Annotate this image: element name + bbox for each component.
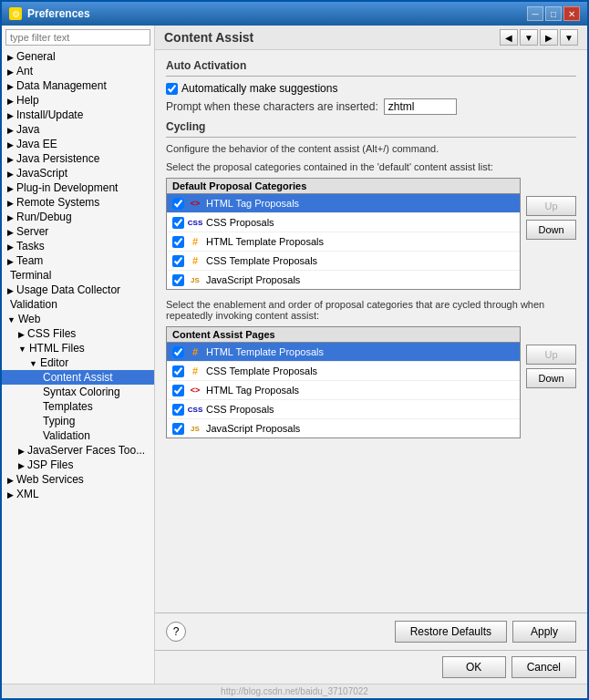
sidebar-item-web[interactable]: ▼Web [2, 312, 154, 326]
auto-activation-title: Auto Activation [166, 59, 576, 72]
default-list-header: Default Proposal Categories [167, 179, 520, 194]
minimize-button[interactable]: ─ [527, 6, 543, 21]
nav-dropdown[interactable]: ▼ [520, 29, 538, 46]
nav-buttons: ◀ ▼ ▶ ▼ [500, 29, 578, 46]
sidebar-item-plugin-development[interactable]: ▶Plug-in Development [2, 180, 154, 195]
auto-suggest-label: Automatically make suggestions [181, 82, 337, 95]
apply-button[interactable]: Apply [512, 621, 576, 643]
window-icon: ⚙ [9, 7, 22, 20]
close-button[interactable]: ✕ [563, 6, 580, 21]
prompt-row: Prompt when these characters are inserte… [166, 98, 576, 115]
pages-list-side: Content Assist Pages #HTML Template Prop… [166, 326, 521, 440]
back-button[interactable]: ◀ [500, 29, 518, 46]
forward-button[interactable]: ▶ [540, 29, 558, 46]
sidebar-item-validation[interactable]: Validation [2, 297, 154, 312]
restore-defaults-button[interactable]: Restore Defaults [395, 621, 507, 643]
sidebar-item-java-ee[interactable]: ▶Java EE [2, 137, 154, 151]
default-list: Default Proposal Categories <>HTML Tag P… [166, 178, 521, 290]
main-content: ▶General▶Ant▶Data Management▶Help▶Instal… [2, 26, 587, 684]
sidebar-item-syntax-coloring[interactable]: Syntax Coloring [2, 385, 154, 399]
sidebar-item-typing[interactable]: Typing [2, 414, 154, 428]
prompt-input[interactable] [384, 98, 457, 115]
default-list-buttons: Up Down [526, 178, 576, 292]
sidebar-item-server[interactable]: ▶Server [2, 224, 154, 239]
filter-input[interactable] [5, 29, 150, 46]
list-item[interactable]: #HTML Template Proposals [167, 232, 520, 252]
sidebar-item-help[interactable]: ▶Help [2, 93, 154, 108]
pages-list-desc: Select the enablement and order of propo… [166, 299, 576, 321]
window-title: Preferences [27, 7, 90, 20]
right-panel: Content Assist ◀ ▼ ▶ ▼ Auto Activation A… [155, 26, 587, 684]
sidebar-item-team[interactable]: ▶Team [2, 253, 154, 268]
panel-header: Content Assist ◀ ▼ ▶ ▼ [155, 26, 587, 50]
list-item[interactable]: CSSCSS Proposals [167, 213, 520, 232]
sidebar-item-java-persistence[interactable]: ▶Java Persistence [2, 151, 154, 166]
sidebar-item-content-assist[interactable]: Content Assist [2, 370, 154, 385]
sidebar-item-jsf[interactable]: ▶JavaServer Faces Too... [2, 443, 154, 458]
pages-list: Content Assist Pages #HTML Template Prop… [166, 326, 521, 438]
default-down-button[interactable]: Down [526, 220, 576, 240]
default-list-container: Default Proposal Categories <>HTML Tag P… [166, 178, 576, 292]
preferences-window: ⚙ Preferences ─ □ ✕ ▶General▶Ant▶Data Ma… [0, 0, 589, 700]
sidebar-item-css-files[interactable]: ▶CSS Files [2, 326, 154, 341]
sidebar-item-html-files[interactable]: ▼HTML Files [2, 341, 154, 355]
list-item[interactable]: CSSCSS Proposals [167, 400, 520, 419]
sidebar-item-java[interactable]: ▶Java [2, 122, 154, 137]
bottom-right: Restore Defaults Apply [395, 621, 576, 643]
pages-up-button[interactable]: Up [526, 345, 576, 365]
list-item[interactable]: <>HTML Tag Proposals [167, 194, 520, 213]
title-bar: ⚙ Preferences ─ □ ✕ [2, 2, 587, 26]
help-button[interactable]: ? [166, 622, 186, 642]
title-bar-left: ⚙ Preferences [9, 7, 90, 20]
default-list-side: Default Proposal Categories <>HTML Tag P… [166, 178, 521, 292]
cycling-desc: Configure the behavior of the content as… [166, 143, 576, 154]
panel-body: Auto Activation Automatically make sugge… [155, 50, 587, 612]
pages-list-container: Content Assist Pages #HTML Template Prop… [166, 326, 576, 440]
sidebar-item-terminal[interactable]: Terminal [2, 268, 154, 283]
default-list-desc: Select the proposal categories contained… [166, 161, 576, 172]
sidebar-item-remote-systems[interactable]: ▶Remote Systems [2, 195, 154, 210]
list-item[interactable]: #CSS Template Proposals [167, 252, 520, 271]
ok-button[interactable]: OK [442, 656, 506, 678]
sidebar-item-editor[interactable]: ▼Editor [2, 355, 154, 370]
list-item[interactable]: JSJavaScript Proposals [167, 271, 520, 289]
cancel-button[interactable]: Cancel [512, 656, 576, 678]
sidebar-item-javascript[interactable]: ▶JavaScript [2, 166, 154, 180]
sidebar-item-jsp-files[interactable]: ▶JSP Files [2, 458, 154, 472]
sidebar-item-ant[interactable]: ▶Ant [2, 64, 154, 78]
list-item[interactable]: #CSS Template Proposals [167, 362, 520, 381]
prompt-label: Prompt when these characters are inserte… [166, 100, 378, 113]
sidebar-item-data-management[interactable]: ▶Data Management [2, 78, 154, 93]
bottom-bar: ? Restore Defaults Apply [155, 612, 587, 650]
pages-down-button[interactable]: Down [526, 368, 576, 388]
cycling-title: Cycling [166, 120, 576, 133]
watermark: http://blog.csdn.net/baidu_37107022 [2, 684, 587, 698]
sidebar-item-general[interactable]: ▶General [2, 49, 154, 64]
pages-list-buttons: Up Down [526, 326, 576, 440]
auto-suggest-row: Automatically make suggestions [166, 82, 576, 95]
sidebar-item-templates[interactable]: Templates [2, 399, 154, 414]
pages-list-header: Content Assist Pages [167, 327, 520, 343]
list-item[interactable]: <>HTML Tag Proposals [167, 381, 520, 400]
sidebar-item-web-services[interactable]: ▶Web Services [2, 472, 154, 487]
default-up-button[interactable]: Up [526, 196, 576, 216]
list-item[interactable]: #HTML Template Proposals [167, 343, 520, 362]
sidebar-item-usage-data[interactable]: ▶Usage Data Collector [2, 283, 154, 297]
auto-suggest-checkbox[interactable] [166, 83, 178, 95]
sidebar-item-install-update[interactable]: ▶Install/Update [2, 108, 154, 122]
sidebar-item-validation2[interactable]: Validation [2, 428, 154, 443]
title-controls: ─ □ ✕ [527, 6, 580, 21]
forward-dropdown[interactable]: ▼ [560, 29, 578, 46]
panel-title: Content Assist [164, 30, 253, 45]
sidebar-item-xml[interactable]: ▶XML [2, 487, 154, 501]
sidebar-item-tasks[interactable]: ▶Tasks [2, 239, 154, 253]
list-item[interactable]: JSJavaScript Proposals [167, 419, 520, 438]
sidebar-item-run-debug[interactable]: ▶Run/Debug [2, 210, 154, 224]
sidebar: ▶General▶Ant▶Data Management▶Help▶Instal… [2, 26, 155, 684]
maximize-button[interactable]: □ [545, 6, 562, 21]
ok-cancel-bar: OK Cancel [155, 650, 587, 684]
bottom-left: ? [166, 622, 186, 642]
